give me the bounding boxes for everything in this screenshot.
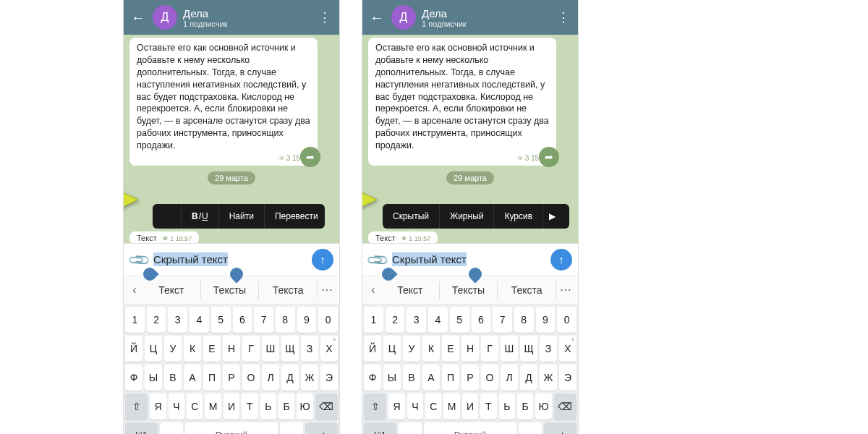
key-Г[interactable]: Г (481, 336, 498, 362)
key-Ф[interactable]: Ф (364, 365, 381, 391)
key-Ь[interactable]: Ь (260, 393, 276, 420)
suggestion-back-icon[interactable]: ‹ (365, 284, 381, 297)
suggestion-3[interactable]: Текста (498, 281, 556, 299)
key-Й[interactable]: Й (364, 336, 381, 362)
key-9[interactable]: 9 (536, 307, 556, 333)
key-6[interactable]: 6 (472, 307, 491, 333)
key-Ю[interactable]: Ю (535, 393, 551, 420)
key-5[interactable]: 5 (211, 307, 231, 333)
backspace-key[interactable]: ⌫ (315, 393, 338, 420)
key-Щ[interactable]: Щ (281, 336, 299, 362)
key-И[interactable]: И (462, 393, 478, 420)
key-Л[interactable]: Л (501, 365, 518, 391)
key-Х[interactable]: Хъ (320, 336, 338, 362)
key-Ю[interactable]: Ю (297, 393, 312, 420)
symbols-key[interactable]: !#1 (364, 422, 396, 434)
key-Ш[interactable]: Ш (501, 336, 518, 362)
key-Ч[interactable]: Ч (169, 393, 184, 420)
key-Й[interactable]: Й (125, 336, 142, 362)
key-Н[interactable]: Н (223, 336, 240, 362)
key-М[interactable]: М (443, 393, 459, 420)
key-Ы[interactable]: Ы (145, 365, 162, 391)
enter-key[interactable]: ↵ (544, 422, 576, 434)
key-Э[interactable]: Э (559, 365, 576, 391)
comma-key[interactable]: , (399, 422, 422, 434)
enter-key[interactable]: ↵ (305, 422, 338, 434)
key-4[interactable]: 4 (190, 307, 209, 333)
backspace-key[interactable]: ⌫ (554, 393, 576, 420)
key-Ц[interactable]: Ц (145, 336, 162, 362)
suggestion-1[interactable]: Текст (142, 281, 201, 299)
key-Ч[interactable]: Ч (407, 393, 423, 420)
key-М[interactable]: М (205, 393, 221, 420)
context-translate-button[interactable]: Перевести (265, 204, 325, 229)
shift-key[interactable]: ⇧ (364, 393, 386, 420)
key-О[interactable]: О (242, 365, 260, 391)
key-Г[interactable]: Г (242, 336, 260, 362)
message-input[interactable]: Скрытый текст (392, 253, 545, 266)
key-Б[interactable]: Б (517, 393, 533, 420)
suggestion-more-icon[interactable]: ⋯ (318, 283, 336, 297)
message-bubble[interactable]: Оставьте его как основной источник и доб… (129, 38, 318, 166)
key-Щ[interactable]: Щ (520, 336, 537, 362)
space-key[interactable]: ‹Русский› (185, 422, 278, 434)
key-7[interactable]: 7 (254, 307, 273, 333)
key-Ж[interactable]: Ж (540, 365, 557, 391)
key-Ь[interactable]: Ь (499, 393, 515, 420)
key-Ы[interactable]: Ы (383, 365, 401, 391)
back-icon[interactable]: ← (129, 9, 147, 26)
key-8[interactable]: 8 (276, 307, 295, 333)
key-О[interactable]: О (481, 365, 498, 391)
key-1[interactable]: 1 (364, 307, 383, 333)
key-3[interactable]: 3 (407, 307, 426, 333)
space-key[interactable]: ‹Русский› (424, 422, 516, 434)
key-Ц[interactable]: Ц (383, 336, 401, 362)
key-7[interactable]: 7 (493, 307, 512, 333)
key-З[interactable]: З (301, 336, 318, 362)
key-Ф[interactable]: Ф (125, 365, 142, 391)
key-6[interactable]: 6 (233, 307, 252, 333)
context-obscured-item[interactable] (153, 204, 182, 229)
key-4[interactable]: 4 (428, 307, 448, 333)
suggestion-back-icon[interactable]: ‹ (127, 284, 142, 297)
key-Д[interactable]: Д (281, 365, 299, 391)
key-8[interactable]: 8 (514, 307, 534, 333)
key-9[interactable]: 9 (297, 307, 317, 333)
key-Р[interactable]: Р (223, 365, 240, 391)
key-Т[interactable]: Т (480, 393, 496, 420)
chat-area[interactable]: Оставьте его как основной источник и доб… (124, 35, 339, 243)
send-button[interactable]: ↑ (312, 249, 333, 271)
context-hidden-button[interactable]: Скрытый (383, 204, 440, 229)
key-В[interactable]: В (164, 365, 182, 391)
key-Я[interactable]: Я (388, 393, 404, 420)
context-more-icon[interactable]: ▶ (543, 204, 561, 229)
period-key[interactable]: . (519, 422, 542, 434)
key-З[interactable]: З (540, 336, 557, 362)
back-icon[interactable]: ← (368, 9, 386, 26)
context-bold-button[interactable]: Жирный (440, 204, 494, 229)
menu-icon[interactable]: ⋮ (316, 9, 333, 25)
avatar[interactable]: Д (391, 5, 416, 30)
key-Я[interactable]: Я (150, 393, 166, 420)
key-Е[interactable]: Е (442, 336, 459, 362)
suggestion-3[interactable]: Текста (259, 281, 318, 299)
context-biu-button[interactable]: BIU (182, 204, 219, 229)
key-В[interactable]: В (403, 365, 420, 391)
key-Е[interactable]: Е (203, 336, 221, 362)
avatar[interactable]: Д (153, 5, 177, 30)
suggestion-1[interactable]: Текст (381, 281, 440, 299)
shift-key[interactable]: ⇧ (125, 393, 148, 420)
key-Д[interactable]: Д (520, 365, 537, 391)
key-К[interactable]: К (184, 336, 201, 362)
key-Э[interactable]: Э (320, 365, 338, 391)
key-2[interactable]: 2 (147, 307, 166, 333)
key-С[interactable]: С (187, 393, 203, 420)
key-П[interactable]: П (203, 365, 221, 391)
key-5[interactable]: 5 (450, 307, 469, 333)
key-П[interactable]: П (442, 365, 459, 391)
key-Х[interactable]: Хъ (559, 336, 576, 362)
share-icon[interactable]: ➦ (539, 147, 559, 167)
suggestion-2[interactable]: Тексты (440, 281, 498, 299)
suggestion-more-icon[interactable]: ⋯ (556, 283, 575, 297)
key-3[interactable]: 3 (168, 307, 187, 333)
